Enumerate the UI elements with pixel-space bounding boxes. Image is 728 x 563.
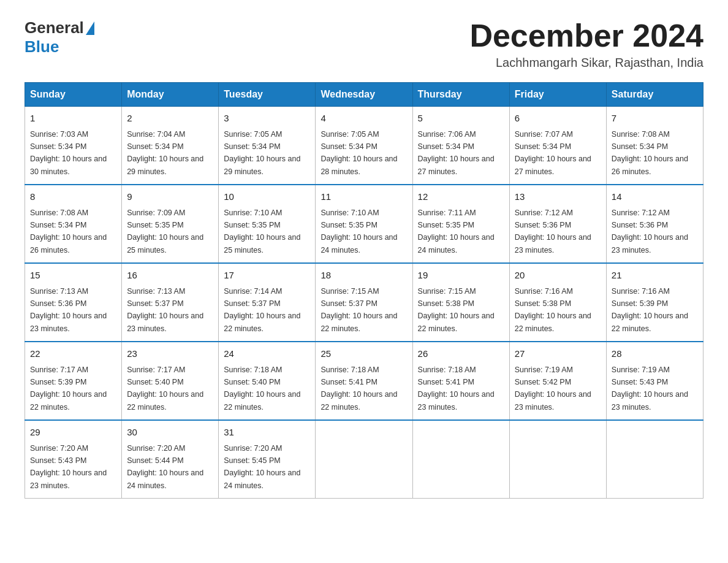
day-number: 16 <box>127 269 213 283</box>
day-info: Sunrise: 7:19 AMSunset: 5:43 PMDaylight:… <box>612 366 688 412</box>
day-info: Sunrise: 7:10 AMSunset: 5:35 PMDaylight:… <box>224 209 300 255</box>
day-number: 20 <box>515 269 601 283</box>
day-number: 19 <box>418 269 504 283</box>
calendar-cell: 31 Sunrise: 7:20 AMSunset: 5:45 PMDaylig… <box>219 420 316 499</box>
calendar-cell: 22 Sunrise: 7:17 AMSunset: 5:39 PMDaylig… <box>25 342 122 420</box>
day-number: 7 <box>612 112 698 126</box>
day-number: 21 <box>612 269 698 283</box>
weekday-header-thursday: Thursday <box>412 83 509 107</box>
day-number: 28 <box>612 347 698 361</box>
day-info: Sunrise: 7:05 AMSunset: 5:34 PMDaylight:… <box>320 130 397 176</box>
calendar-cell: 1 Sunrise: 7:03 AMSunset: 5:34 PMDayligh… <box>25 107 122 185</box>
logo: General Blue <box>25 18 96 56</box>
calendar-table: SundayMondayTuesdayWednesdayThursdayFrid… <box>25 82 703 499</box>
day-info: Sunrise: 7:12 AMSunset: 5:36 PMDaylight:… <box>612 209 688 255</box>
day-info: Sunrise: 7:04 AMSunset: 5:34 PMDaylight:… <box>127 130 203 176</box>
calendar-cell <box>509 420 606 499</box>
day-number: 3 <box>224 112 310 126</box>
title-area: December 2024 Lachhmangarh Sikar, Rajast… <box>469 18 703 70</box>
day-info: Sunrise: 7:03 AMSunset: 5:34 PMDaylight:… <box>30 130 107 176</box>
calendar-cell: 7 Sunrise: 7:08 AMSunset: 5:34 PMDayligh… <box>606 107 703 185</box>
day-number: 11 <box>320 190 407 204</box>
logo-blue-text: Blue <box>25 37 59 56</box>
day-info: Sunrise: 7:06 AMSunset: 5:34 PMDaylight:… <box>418 130 495 176</box>
calendar-cell: 27 Sunrise: 7:19 AMSunset: 5:42 PMDaylig… <box>509 342 606 420</box>
day-info: Sunrise: 7:18 AMSunset: 5:41 PMDaylight:… <box>418 366 495 412</box>
day-info: Sunrise: 7:11 AMSunset: 5:35 PMDaylight:… <box>418 209 495 255</box>
calendar-cell: 11 Sunrise: 7:10 AMSunset: 5:35 PMDaylig… <box>316 185 412 263</box>
weekday-header-tuesday: Tuesday <box>219 83 316 107</box>
day-number: 17 <box>224 269 310 283</box>
day-number: 27 <box>515 347 601 361</box>
calendar-cell: 26 Sunrise: 7:18 AMSunset: 5:41 PMDaylig… <box>412 342 509 420</box>
calendar-cell: 28 Sunrise: 7:19 AMSunset: 5:43 PMDaylig… <box>606 342 703 420</box>
weekday-header-monday: Monday <box>122 83 219 107</box>
day-info: Sunrise: 7:20 AMSunset: 5:45 PMDaylight:… <box>224 444 300 490</box>
calendar-cell: 20 Sunrise: 7:16 AMSunset: 5:38 PMDaylig… <box>509 263 606 342</box>
day-info: Sunrise: 7:20 AMSunset: 5:43 PMDaylight:… <box>30 444 107 490</box>
weekday-header-sunday: Sunday <box>25 83 122 107</box>
day-number: 4 <box>320 112 407 126</box>
calendar-cell <box>412 420 509 499</box>
calendar-cell: 24 Sunrise: 7:18 AMSunset: 5:40 PMDaylig… <box>219 342 316 420</box>
weekday-header-row: SundayMondayTuesdayWednesdayThursdayFrid… <box>25 83 703 107</box>
day-number: 23 <box>127 347 213 361</box>
day-info: Sunrise: 7:18 AMSunset: 5:41 PMDaylight:… <box>320 366 397 412</box>
calendar-cell: 12 Sunrise: 7:11 AMSunset: 5:35 PMDaylig… <box>412 185 509 263</box>
calendar-cell: 8 Sunrise: 7:08 AMSunset: 5:34 PMDayligh… <box>25 185 122 263</box>
day-number: 22 <box>30 347 116 361</box>
calendar-cell: 16 Sunrise: 7:13 AMSunset: 5:37 PMDaylig… <box>122 263 219 342</box>
calendar-cell: 14 Sunrise: 7:12 AMSunset: 5:36 PMDaylig… <box>606 185 703 263</box>
day-number: 25 <box>320 347 407 361</box>
day-info: Sunrise: 7:13 AMSunset: 5:37 PMDaylight:… <box>127 287 203 333</box>
calendar-cell: 5 Sunrise: 7:06 AMSunset: 5:34 PMDayligh… <box>412 107 509 185</box>
calendar-week-row: 29 Sunrise: 7:20 AMSunset: 5:43 PMDaylig… <box>25 420 703 499</box>
calendar-cell: 2 Sunrise: 7:04 AMSunset: 5:34 PMDayligh… <box>122 107 219 185</box>
calendar-cell: 10 Sunrise: 7:10 AMSunset: 5:35 PMDaylig… <box>219 185 316 263</box>
logo-triangle-icon <box>86 21 94 35</box>
logo-general-text: General <box>25 18 84 37</box>
day-info: Sunrise: 7:15 AMSunset: 5:37 PMDaylight:… <box>320 287 397 333</box>
month-title: December 2024 <box>469 18 703 53</box>
day-number: 29 <box>30 426 116 440</box>
calendar-cell: 23 Sunrise: 7:17 AMSunset: 5:40 PMDaylig… <box>122 342 219 420</box>
day-number: 9 <box>127 190 213 204</box>
calendar-cell: 29 Sunrise: 7:20 AMSunset: 5:43 PMDaylig… <box>25 420 122 499</box>
calendar-cell <box>316 420 412 499</box>
day-number: 1 <box>30 112 116 126</box>
calendar-cell: 9 Sunrise: 7:09 AMSunset: 5:35 PMDayligh… <box>122 185 219 263</box>
day-info: Sunrise: 7:16 AMSunset: 5:38 PMDaylight:… <box>515 287 591 333</box>
weekday-header-saturday: Saturday <box>606 83 703 107</box>
day-number: 6 <box>515 112 601 126</box>
calendar-week-row: 8 Sunrise: 7:08 AMSunset: 5:34 PMDayligh… <box>25 185 703 263</box>
location-title: Lachhmangarh Sikar, Rajasthan, India <box>469 56 703 70</box>
day-number: 13 <box>515 190 601 204</box>
calendar-cell: 21 Sunrise: 7:16 AMSunset: 5:39 PMDaylig… <box>606 263 703 342</box>
day-number: 2 <box>127 112 213 126</box>
day-info: Sunrise: 7:12 AMSunset: 5:36 PMDaylight:… <box>515 209 591 255</box>
day-info: Sunrise: 7:19 AMSunset: 5:42 PMDaylight:… <box>515 366 591 412</box>
day-info: Sunrise: 7:08 AMSunset: 5:34 PMDaylight:… <box>612 130 688 176</box>
day-number: 8 <box>30 190 116 204</box>
day-number: 26 <box>418 347 504 361</box>
calendar-cell: 6 Sunrise: 7:07 AMSunset: 5:34 PMDayligh… <box>509 107 606 185</box>
calendar-cell <box>606 420 703 499</box>
day-number: 18 <box>320 269 407 283</box>
day-number: 5 <box>418 112 504 126</box>
day-info: Sunrise: 7:16 AMSunset: 5:39 PMDaylight:… <box>612 287 688 333</box>
day-info: Sunrise: 7:07 AMSunset: 5:34 PMDaylight:… <box>515 130 591 176</box>
day-number: 24 <box>224 347 310 361</box>
calendar-week-row: 1 Sunrise: 7:03 AMSunset: 5:34 PMDayligh… <box>25 107 703 185</box>
calendar-cell: 30 Sunrise: 7:20 AMSunset: 5:44 PMDaylig… <box>122 420 219 499</box>
day-info: Sunrise: 7:14 AMSunset: 5:37 PMDaylight:… <box>224 287 300 333</box>
day-info: Sunrise: 7:09 AMSunset: 5:35 PMDaylight:… <box>127 209 203 255</box>
calendar-week-row: 22 Sunrise: 7:17 AMSunset: 5:39 PMDaylig… <box>25 342 703 420</box>
day-number: 31 <box>224 426 310 440</box>
day-number: 14 <box>612 190 698 204</box>
day-info: Sunrise: 7:17 AMSunset: 5:40 PMDaylight:… <box>127 366 203 412</box>
page-header: General Blue December 2024 Lachhmangarh … <box>25 18 703 70</box>
calendar-cell: 15 Sunrise: 7:13 AMSunset: 5:36 PMDaylig… <box>25 263 122 342</box>
day-info: Sunrise: 7:08 AMSunset: 5:34 PMDaylight:… <box>30 209 107 255</box>
calendar-cell: 18 Sunrise: 7:15 AMSunset: 5:37 PMDaylig… <box>316 263 412 342</box>
day-info: Sunrise: 7:17 AMSunset: 5:39 PMDaylight:… <box>30 366 107 412</box>
